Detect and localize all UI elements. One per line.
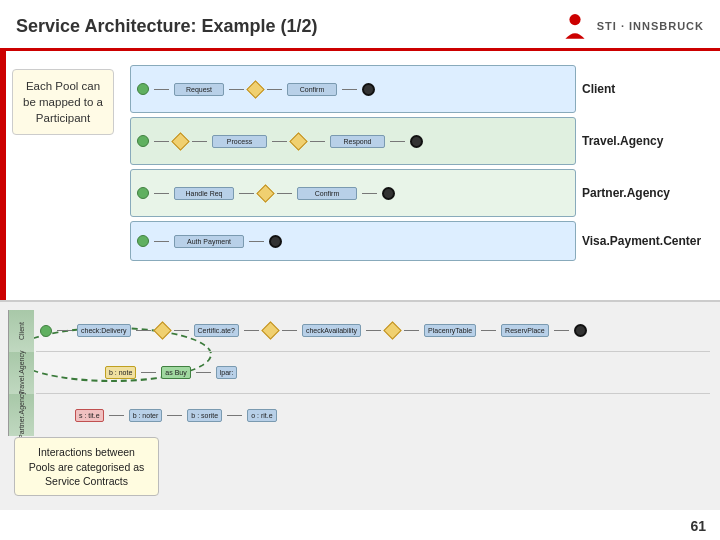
seq-flow xyxy=(154,241,169,242)
seq-flow xyxy=(277,193,292,194)
end-event-visa xyxy=(269,235,282,248)
start-event-partner xyxy=(137,187,149,199)
svg-point-0 xyxy=(569,14,580,25)
annotation-bottom-text: Interactions between Pools are categoris… xyxy=(29,446,145,486)
b-line xyxy=(227,415,242,416)
b-task-p1: s : tit.e xyxy=(75,409,104,422)
task-partner-1: Handle Req xyxy=(174,187,234,200)
b-line xyxy=(141,372,156,373)
b-start-1 xyxy=(40,325,52,337)
b-gw-2 xyxy=(261,321,279,339)
b-line xyxy=(366,330,381,331)
end-event-travel xyxy=(410,135,423,148)
b-line xyxy=(244,330,259,331)
lane-label-travel: Travel.Agency xyxy=(8,352,34,394)
b-task-t2: as Buy xyxy=(161,366,190,379)
task-visa-1: Auth Payment xyxy=(174,235,244,248)
b-task-checkAvail: checkAvailability xyxy=(302,324,361,337)
bottom-lane-travel: Travel.Agency b : note as Buy lpar: xyxy=(36,352,710,394)
b-end-1 xyxy=(574,324,587,337)
pool-label-visa: Visa.Payment.Center xyxy=(582,234,712,248)
end-event-client xyxy=(362,83,375,96)
start-event-visa xyxy=(137,235,149,247)
pool-row-travel: Process Respond Travel.Agency xyxy=(130,117,712,165)
b-line xyxy=(57,330,72,331)
seq-flow xyxy=(267,89,282,90)
b-task-p3: b : sorite xyxy=(187,409,222,422)
task-client-2: Confirm xyxy=(287,83,337,96)
b-line xyxy=(136,330,151,331)
pool-label-partner: Partner.Agency xyxy=(582,186,712,200)
b-task-certific: Certific.ate? xyxy=(194,324,239,337)
pool-row-visa: Auth Payment Visa.Payment.Center xyxy=(130,221,712,261)
page-title: Service Architecture: Example (1/2) xyxy=(16,16,317,37)
task-travel-2: Respond xyxy=(330,135,385,148)
pool-label-client: Client xyxy=(582,82,712,96)
b-task-t1: b : note xyxy=(105,366,136,379)
seq-flow xyxy=(390,141,405,142)
b-line xyxy=(196,372,211,373)
logo-area: STI · INNSBRUCK xyxy=(559,10,704,42)
b-gw-1 xyxy=(153,321,171,339)
bottom-lane-client: Client check:Delivery Certific.ate? chec… xyxy=(36,310,710,352)
gateway-partner-1 xyxy=(256,184,274,202)
b-task-checkDelivery: check:Delivery xyxy=(77,324,131,337)
gateway-travel-1 xyxy=(171,132,189,150)
seq-flow xyxy=(192,141,207,142)
b-line xyxy=(109,415,124,416)
sti-logo-icon xyxy=(559,10,591,42)
task-client-1: Request xyxy=(174,83,224,96)
b-line xyxy=(282,330,297,331)
seq-flow xyxy=(154,89,169,90)
bottom-diagram-inner: Client check:Delivery Certific.ate? chec… xyxy=(0,302,720,510)
b-line xyxy=(481,330,496,331)
pool-lane-travel: Process Respond xyxy=(130,117,576,165)
gateway-travel-2 xyxy=(289,132,307,150)
gateway-client-1 xyxy=(246,80,264,98)
pool-row-partner: Handle Req Confirm Partner.Agency xyxy=(130,169,712,217)
start-event-travel xyxy=(137,135,149,147)
task-partner-2: Confirm xyxy=(297,187,357,200)
b-task-t3: lpar: xyxy=(216,366,238,379)
pool-label-travel: Travel.Agency xyxy=(582,134,712,148)
lane-label-client: Client xyxy=(8,310,34,352)
b-task-p2: b : noter xyxy=(129,409,163,422)
seq-flow xyxy=(342,89,357,90)
bottom-section: Client check:Delivery Certific.ate? chec… xyxy=(0,300,720,510)
b-task-placeTable: PlacenryTable xyxy=(424,324,476,337)
bottom-lane-partner: Partner.Agency s : tit.e b : noter b : s… xyxy=(36,394,710,436)
pool-lane-partner: Handle Req Confirm xyxy=(130,169,576,217)
seq-flow xyxy=(239,193,254,194)
pool-lane-visa: Auth Payment xyxy=(130,221,576,261)
seq-flow xyxy=(272,141,287,142)
b-task-reservPlace: ReservPlace xyxy=(501,324,549,337)
b-gw-3 xyxy=(383,321,401,339)
seq-flow xyxy=(229,89,244,90)
b-line xyxy=(167,415,182,416)
task-travel-1: Process xyxy=(212,135,267,148)
annotation-box-bottom: Interactions between Pools are categoris… xyxy=(14,437,159,496)
seq-flow xyxy=(249,241,264,242)
b-line xyxy=(554,330,569,331)
page-number: 61 xyxy=(690,518,706,534)
end-event-partner xyxy=(382,187,395,200)
b-line xyxy=(404,330,419,331)
start-event-client xyxy=(137,83,149,95)
annotation-box-top: Each Pool can be mapped to a Participant xyxy=(12,69,114,135)
pool-lane-client: Request Confirm xyxy=(130,65,576,113)
seq-flow xyxy=(362,193,377,194)
lane-label-partner: Partner.Agency xyxy=(8,394,34,436)
seq-flow xyxy=(310,141,325,142)
seq-flow xyxy=(154,193,169,194)
logo-text: STI · INNSBRUCK xyxy=(597,20,704,32)
seq-flow xyxy=(154,141,169,142)
header: Service Architecture: Example (1/2) STI … xyxy=(0,0,720,51)
annotation-top-text: Each Pool can be mapped to a Participant xyxy=(23,80,103,124)
b-task-p4: o : rit.e xyxy=(247,409,276,422)
b-line xyxy=(174,330,189,331)
pool-row-client: Request Confirm Client xyxy=(130,65,712,113)
